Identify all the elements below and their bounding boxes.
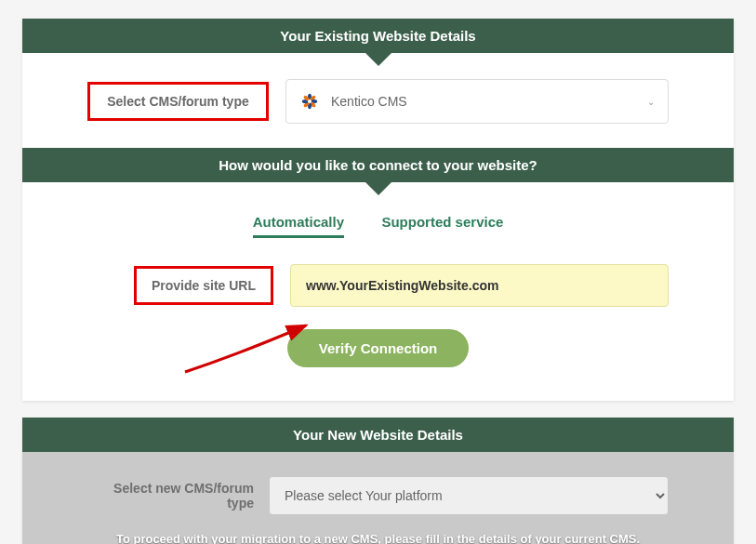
existing-header: Your Existing Website Details: [22, 19, 734, 53]
migration-hint: To proceed with your migration to a new …: [22, 524, 734, 544]
url-label: Provide site URL: [134, 266, 273, 305]
existing-website-card: Your Existing Website Details Select CMS…: [22, 19, 734, 401]
cms-select[interactable]: Kentico CMS ⌄: [285, 79, 669, 124]
cms-label: Select CMS/forum type: [87, 82, 269, 121]
url-row: Provide site URL: [22, 247, 734, 324]
verify-row: Verify Connection: [22, 324, 734, 401]
svg-point-8: [308, 100, 312, 103]
tab-supported-service[interactable]: Supported service: [381, 214, 503, 235]
new-cms-row: Select new CMS/forum type Please select …: [22, 452, 734, 524]
chevron-down-icon: ⌄: [647, 97, 655, 107]
connect-header-title: How would you like to connect to your we…: [219, 157, 537, 173]
verify-connection-button[interactable]: Verify Connection: [287, 329, 470, 367]
new-header-title: Your New Website Details: [293, 427, 463, 443]
new-cms-label: Select new CMS/forum type: [87, 481, 269, 511]
cms-select-value: Kentico CMS: [331, 94, 407, 109]
connect-header: How would you like to connect to your we…: [22, 148, 734, 182]
kentico-icon: [299, 91, 320, 112]
existing-header-title: Your Existing Website Details: [280, 28, 475, 44]
new-header: Your New Website Details: [22, 418, 734, 452]
new-cms-select[interactable]: Please select Your platform: [269, 476, 669, 515]
header-notch-icon: [365, 53, 391, 66]
tab-automatically[interactable]: Automatically: [253, 214, 344, 238]
header-notch-icon: [365, 182, 391, 195]
cms-row: Select CMS/forum type: [22, 53, 734, 148]
site-url-input[interactable]: [290, 264, 669, 307]
new-website-card: Your New Website Details Select new CMS/…: [22, 418, 734, 544]
